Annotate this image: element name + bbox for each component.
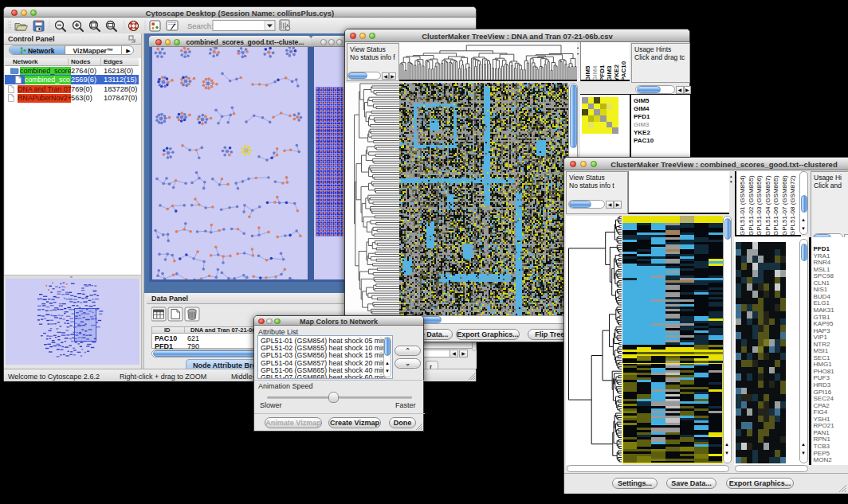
svg-text:Search:: Search: [187,21,214,30]
